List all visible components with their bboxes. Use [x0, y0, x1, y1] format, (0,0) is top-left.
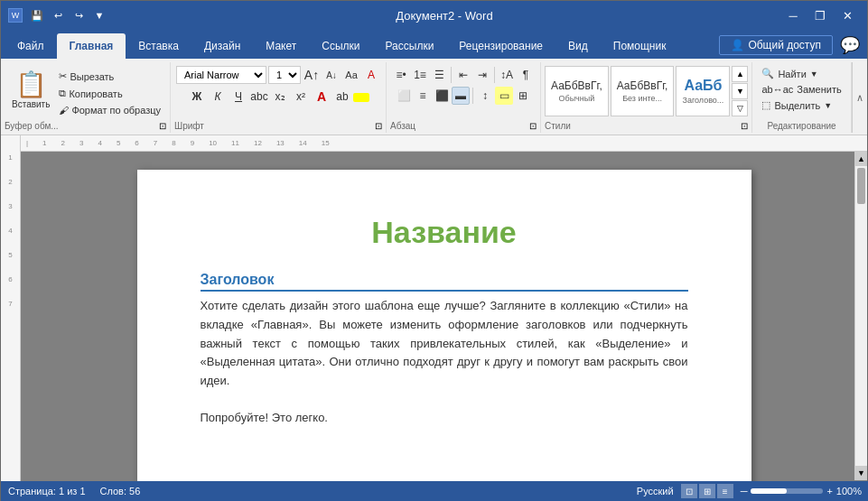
styles-group: АаБбВвГг, Обычный АаБбВвГг, Без инте... …	[541, 62, 752, 133]
zoom-in-button[interactable]: +	[826, 486, 832, 496]
group-footer-styles: Стили ⊡	[541, 121, 751, 131]
view-print-button[interactable]: ⊡	[681, 484, 697, 498]
align-center-button[interactable]: ≡	[414, 87, 432, 105]
scroll-thumb[interactable]	[857, 168, 865, 204]
editing-group: 🔍 Найти ▼ ab↔ac Заменить ⬚ Выделить ▼	[752, 62, 851, 133]
styles-scroll-up[interactable]: ▲	[732, 66, 748, 82]
bullets-button[interactable]: ≡•	[392, 66, 410, 84]
tab-references[interactable]: Ссылки	[309, 33, 372, 59]
underline-button[interactable]: Ч	[229, 87, 248, 107]
share-label: Общий доступ	[748, 39, 821, 51]
tab-help[interactable]: Помощник	[601, 33, 679, 59]
paragraph-shading-button[interactable]: ▭	[495, 87, 513, 105]
para-expand-icon[interactable]: ⊡	[529, 121, 537, 131]
shading-button[interactable]	[353, 93, 369, 102]
document-page[interactable]: Название Заголовок Хотите сделать дизайн…	[137, 170, 751, 500]
font-expand-icon[interactable]: ⊡	[375, 121, 382, 131]
document-area[interactable]: Название Заголовок Хотите сделать дизайн…	[21, 152, 867, 500]
tab-file[interactable]: Файл	[5, 33, 57, 59]
bold-button[interactable]: Ж	[187, 87, 207, 107]
paste-icon: 📋	[15, 70, 47, 99]
case-button[interactable]: Аа	[342, 66, 360, 84]
tab-home[interactable]: Главная	[57, 33, 126, 59]
view-read-button[interactable]: ≡	[717, 484, 733, 498]
title-bar: W 💾 ↩ ↪ ▼ Документ2 - Word ─ ❐ ✕	[1, 1, 867, 30]
style-heading-preview: АаБб	[684, 78, 722, 94]
tab-insert[interactable]: Вставка	[126, 33, 191, 59]
numbering-button[interactable]: 1≡	[411, 66, 429, 84]
save-button[interactable]: 💾	[28, 6, 46, 24]
clipboard-expand-icon[interactable]: ⊡	[159, 121, 166, 131]
styles-more[interactable]: ▽	[732, 100, 748, 116]
zoom-slider[interactable]	[751, 488, 823, 494]
align-right-button[interactable]: ⬛	[433, 87, 451, 105]
tab-design[interactable]: Дизайн	[191, 33, 253, 59]
ribbon-groups: 📋 Вставить ✂ Вырезать ⧉ Копировать 🖌 Фор…	[1, 62, 868, 133]
line-spacing-button[interactable]: ↕	[476, 87, 494, 105]
highlight-button[interactable]: ab	[332, 87, 352, 107]
zoom-level: 100%	[836, 486, 862, 496]
superscript-button[interactable]: x²	[291, 87, 311, 107]
align-left-button[interactable]: ⬜	[395, 87, 413, 105]
font-size-select[interactable]: 14	[268, 66, 301, 84]
person-icon: 👤	[731, 39, 744, 51]
scroll-up-button[interactable]: ▲	[855, 152, 867, 166]
subscript-button[interactable]: x₂	[270, 87, 290, 107]
separator3	[472, 88, 473, 104]
style-no-spacing-label: Без инте...	[622, 94, 662, 103]
status-bar: Страница: 1 из 1 Слов: 56 Русский ⊡ ⊞ ≡ …	[1, 481, 868, 501]
format-buttons-row: Ж К Ч abc x₂ x² A ab	[187, 87, 369, 107]
scroll-down-button[interactable]: ▼	[855, 466, 867, 480]
view-web-button[interactable]: ⊞	[699, 484, 715, 498]
clear-format-button[interactable]: A	[362, 66, 380, 84]
restore-button[interactable]: ❐	[807, 3, 833, 28]
style-no-spacing[interactable]: АаБбВвГг, Без инте...	[611, 66, 675, 116]
comments-button[interactable]: 💬	[840, 35, 860, 55]
minimize-button[interactable]: ─	[780, 3, 806, 28]
italic-button[interactable]: К	[208, 87, 228, 107]
find-button[interactable]: 🔍 Найти ▼	[756, 66, 846, 81]
tab-review[interactable]: Рецензирование	[446, 33, 555, 59]
tab-view[interactable]: Вид	[555, 33, 601, 59]
select-button[interactable]: ⬚ Выделить ▼	[756, 97, 846, 113]
copy-button[interactable]: ⧉ Копировать	[55, 86, 164, 101]
ribbon-collapse-button[interactable]: ∧	[852, 62, 868, 133]
find-label: Найти	[778, 69, 806, 79]
increase-indent-button[interactable]: ⇥	[473, 66, 491, 84]
paste-button[interactable]: 📋 Вставить	[6, 66, 55, 113]
font-family-select[interactable]: Arial Narrow	[176, 66, 266, 84]
group-footer-editing: Редактирование	[752, 121, 850, 131]
redo-button[interactable]: ↪	[70, 6, 88, 24]
strikethrough-button[interactable]: abc	[249, 87, 269, 107]
styles-expand-icon[interactable]: ⊡	[741, 121, 748, 131]
customize-qa-button[interactable]: ▼	[90, 6, 108, 24]
zoom-controls: ─ + 100%	[741, 486, 862, 496]
cut-button[interactable]: ✂ Вырезать	[55, 69, 164, 84]
format-painter-button[interactable]: 🖌 Формат по образцу	[55, 103, 164, 117]
justify-button[interactable]: ▬	[452, 87, 470, 105]
vertical-scrollbar[interactable]: ▲ ▼	[854, 152, 867, 480]
zoom-out-button[interactable]: ─	[741, 486, 748, 496]
replace-button[interactable]: ab↔ac Заменить	[756, 82, 846, 97]
style-normal[interactable]: АаБбВвГг, Обычный	[545, 66, 609, 116]
decrease-indent-button[interactable]: ⇤	[454, 66, 472, 84]
share-button[interactable]: 👤 Общий доступ	[719, 35, 833, 55]
tab-mailings[interactable]: Рассылки	[373, 33, 447, 59]
format-painter-icon: 🖌	[59, 105, 69, 116]
style-normal-preview: АаБбВвГг,	[551, 79, 602, 92]
undo-button[interactable]: ↩	[49, 6, 67, 24]
shrink-font-button[interactable]: A↓	[322, 66, 341, 84]
grow-font-button[interactable]: A↑	[303, 66, 321, 84]
styles-scroll-down[interactable]: ▼	[732, 83, 748, 99]
borders-button[interactable]: ⊞	[514, 87, 532, 105]
style-heading[interactable]: АаБб Заголово...	[676, 66, 730, 116]
sort-button[interactable]: ↕A	[498, 66, 516, 84]
multilevel-button[interactable]: ☰	[430, 66, 448, 84]
group-footer-para: Абзац ⊡	[387, 121, 540, 131]
close-button[interactable]: ✕	[835, 3, 860, 28]
show-marks-button[interactable]: ¶	[517, 66, 535, 84]
replace-icon: ab↔ac	[761, 84, 793, 95]
styles-gallery: АаБбВвГг, Обычный АаБбВвГг, Без инте... …	[545, 66, 748, 116]
tab-layout[interactable]: Макет	[253, 33, 309, 59]
text-color-button[interactable]: A	[312, 87, 331, 107]
